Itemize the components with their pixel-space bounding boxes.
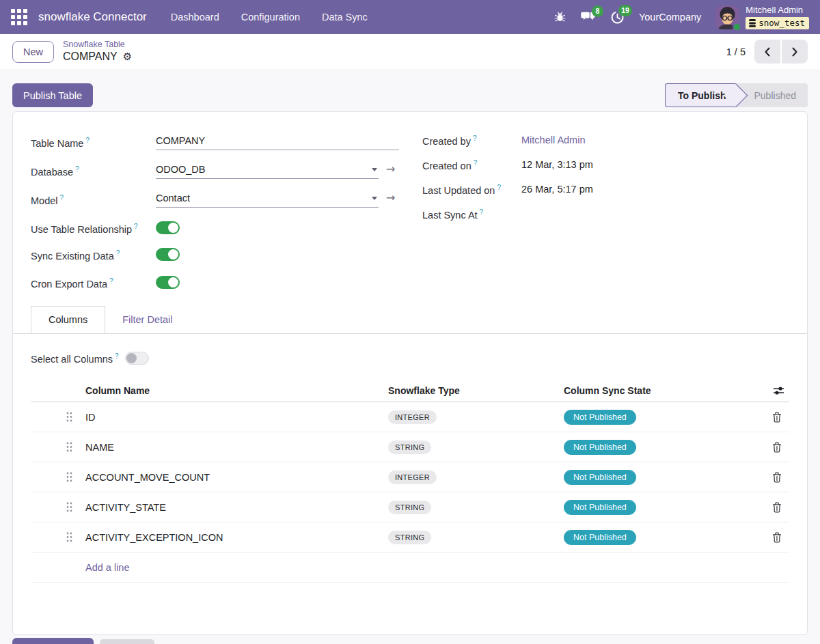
header-column-name: Column Name [85,385,388,396]
drag-handle-icon[interactable] [31,412,85,422]
optional-columns-icon[interactable] [771,385,789,396]
database-icon [749,19,756,27]
activities-clock-icon[interactable]: 19 [610,10,625,25]
sync-state-badge: Not Published [564,500,636,515]
field-cron-export-data: Cron Export Data? [31,275,400,292]
field-use-table-relationship: Use Table Relationship? [31,220,400,238]
column-name-cell[interactable]: ACCOUNT_MOVE_COUNT [85,472,388,483]
company-switcher[interactable]: YourCompany [639,12,701,23]
cron-export-data-label: Cron Export Data [31,279,107,290]
model-select[interactable]: Contact [156,191,379,208]
cron-export-data-toggle[interactable] [156,276,180,289]
menu-data-sync[interactable]: Data Sync [313,6,377,28]
notebook-tabs: Columns Filter Detail [13,306,807,334]
sync-state-badge: Not Published [564,530,636,545]
help-icon: ? [480,208,484,216]
chatter-buttons-partial [12,638,154,644]
top-navbar: snowflake Connector Dashboard Configurat… [0,0,820,34]
publish-table-button[interactable]: Publish Table [12,83,93,107]
delete-row-icon[interactable] [771,502,789,513]
model-label: Model [31,195,58,206]
menu-configuration[interactable]: Configuration [232,6,309,28]
created-on-value: 12 Mar, 3:13 pm [521,158,593,170]
control-panel: New Snowflake Table COMPANY ⚙ 1 / 5 [0,34,820,69]
created-on-label: Created on [422,160,472,171]
database-value: ODOO_DB [156,164,368,175]
chevron-right-icon [791,47,798,57]
column-name-cell[interactable]: ACTIVITY_EXCEPTION_ICON [85,532,388,543]
settings-gear-icon[interactable]: ⚙ [123,52,132,62]
online-status-dot [733,23,741,31]
table-row: ACCOUNT_MOVE_COUNT INTEGER Not Published [31,462,789,492]
user-menu[interactable]: Mitchell Admin snow_test [715,5,809,30]
send-message-button-partial[interactable] [12,638,94,644]
tab-filter-detail[interactable]: Filter Detail [105,306,189,333]
header-snowflake-type: Snowflake Type [388,385,564,396]
table-row: ID INTEGER Not Published [31,402,789,432]
snowflake-type-badge[interactable]: STRING [388,531,431,544]
app-title[interactable]: snowflake Connector [38,10,147,24]
table-row: NAME STRING Not Published [31,432,789,462]
select-all-columns-toggle[interactable] [125,352,149,365]
drag-handle-icon[interactable] [31,442,85,452]
pager-next-button[interactable] [782,40,808,64]
breadcrumb-current: COMPANY [63,50,118,64]
sync-existing-data-toggle[interactable] [156,248,180,261]
field-table-name: Table Name? [31,134,400,152]
drag-handle-icon[interactable] [31,472,85,482]
tab-columns[interactable]: Columns [31,306,105,333]
column-name-cell[interactable]: NAME [85,442,388,453]
delete-row-icon[interactable] [771,472,789,483]
new-button[interactable]: New [12,41,54,63]
snowflake-type-badge[interactable]: INTEGER [388,471,437,484]
sync-state-badge: Not Published [564,470,636,485]
use-table-relationship-label: Use Table Relationship [31,224,132,235]
debug-bug-icon[interactable] [554,12,566,23]
field-created-by: Created by? Mitchell Admin [422,134,789,150]
created-by-value[interactable]: Mitchell Admin [521,134,585,145]
delete-row-icon[interactable] [771,532,789,543]
statusbar: To Publish Published [665,83,808,107]
table-name-label: Table Name [31,138,83,149]
field-database: Database? ODOO_DB → [31,163,400,180]
model-internal-link-icon[interactable]: → [386,191,395,204]
apps-menu-icon[interactable] [11,9,27,25]
activities-count-badge: 19 [618,5,632,16]
use-table-relationship-toggle[interactable] [156,221,180,234]
caret-down-icon [372,168,377,171]
snowflake-type-badge[interactable]: STRING [388,440,431,454]
log-note-button-partial[interactable] [100,639,154,644]
help-icon: ? [109,277,113,285]
pager-previous-button[interactable] [754,40,780,64]
snowflake-type-badge[interactable]: INTEGER [388,410,437,424]
database-internal-link-icon[interactable]: → [386,163,395,175]
help-icon: ? [85,137,90,144]
delete-row-icon[interactable] [771,442,789,453]
database-select[interactable]: ODOO_DB [156,163,379,179]
help-icon: ? [474,159,478,167]
delete-row-icon[interactable] [771,412,789,423]
sync-state-badge: Not Published [564,440,636,455]
action-bar: Publish Table To Publish Published [0,69,820,111]
add-a-line-link[interactable]: Add a line [85,562,130,573]
created-by-label: Created by [422,136,471,147]
database-name: snow_test [758,18,805,29]
menu-dashboard[interactable]: Dashboard [162,6,228,28]
main-menu: Dashboard Configuration Data Sync [162,6,377,28]
drag-handle-icon[interactable] [31,532,85,542]
breadcrumb-parent-link[interactable]: Snowflake Table [63,40,132,51]
help-icon: ? [116,249,120,257]
drag-handle-icon[interactable] [31,502,85,512]
column-name-cell[interactable]: ACTIVITY_STATE [85,502,388,513]
status-step-to-publish[interactable]: To Publish [665,83,736,107]
select-all-columns-label: Select all Columns [31,354,113,365]
messages-icon[interactable]: 8 [580,11,596,24]
field-model: Model? Contact → [31,191,400,209]
last-sync-at-label: Last Sync At [422,210,478,221]
table-name-input[interactable] [156,134,399,150]
columns-table: Column Name Snowflake Type Column Sync S… [31,379,789,583]
snowflake-type-badge[interactable]: STRING [388,501,431,514]
help-icon: ? [497,184,501,191]
column-name-cell[interactable]: ID [85,412,388,423]
caret-down-icon [372,197,377,200]
